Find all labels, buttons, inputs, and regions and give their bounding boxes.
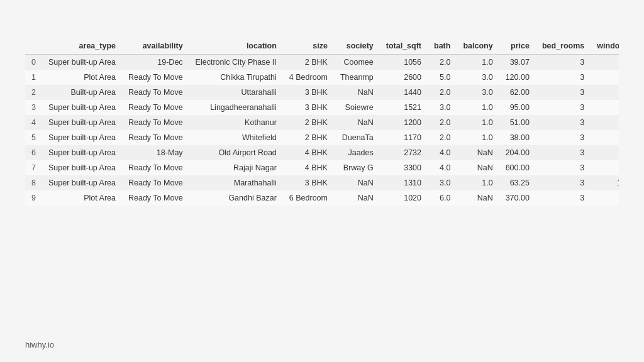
cell-window: 2 [591,145,619,160]
cell-total_sqft: 1170 [380,130,428,145]
cell-bed_rooms: 3 [536,190,591,206]
col-header-price: price [499,38,536,55]
cell-index: 7 [25,160,42,175]
table-row: 4Super built-up AreaReady To MoveKothanu… [25,115,619,130]
cell-bed_rooms: 3 [536,100,591,115]
cell-size: 4 BHK [283,160,334,175]
cell-location: Electronic City Phase II [189,55,283,70]
cell-bed_rooms: 3 [536,70,591,85]
cell-society: NaN [334,175,380,190]
cell-balcony: NaN [457,160,499,175]
col-header-size: size [283,38,334,55]
cell-area_type: Super built-up Area [42,115,122,130]
cell-area_type: Super built-up Area [42,145,122,160]
table-row: 9Plot AreaReady To MoveGandhi Bazar6 Bed… [25,190,619,206]
table-row: 8Super built-up AreaReady To MoveMaratha… [25,175,619,190]
cell-index: 6 [25,145,42,160]
cell-total_sqft: 1020 [380,190,428,206]
cell-balcony: 1.0 [457,130,499,145]
cell-availability: 19-Dec [122,55,189,70]
cell-availability: Ready To Move [122,85,189,100]
cell-bath: 4.0 [428,160,457,175]
cell-balcony: 1.0 [457,100,499,115]
cell-index: 8 [25,175,42,190]
cell-bath: 2.0 [428,85,457,100]
cell-availability: Ready To Move [122,175,189,190]
cell-window: 3 [591,115,619,130]
cell-total_sqft: 2600 [380,70,428,85]
cell-availability: Ready To Move [122,130,189,145]
col-header-location: location [189,38,283,55]
cell-size: 2 BHK [283,130,334,145]
cell-area_type: Super built-up Area [42,130,122,145]
cell-location: Rajaji Nagar [189,160,283,175]
table-container: area_type availability location size soc… [25,38,619,206]
cell-window: 3 [591,85,619,100]
cell-location: Uttarahalli [189,85,283,100]
cell-area_type: Super built-up Area [42,55,122,70]
cell-bath: 3.0 [428,100,457,115]
cell-balcony: 1.0 [457,55,499,70]
col-header-window: window [591,38,619,55]
cell-society: NaN [334,190,380,206]
cell-society: Soiewre [334,100,380,115]
cell-bath: 4.0 [428,145,457,160]
col-header-availability: availability [122,38,189,55]
cell-price: 38.00 [499,130,536,145]
cell-price: 95.00 [499,100,536,115]
cell-location: Old Airport Road [189,145,283,160]
cell-price: 62.00 [499,85,536,100]
cell-area_type: Super built-up Area [42,175,122,190]
cell-index: 0 [25,55,42,70]
cell-index: 5 [25,130,42,145]
cell-size: 3 BHK [283,100,334,115]
table-row: 1Plot AreaReady To MoveChikka Tirupathi4… [25,70,619,85]
col-header-bed-rooms: bed_rooms [536,38,591,55]
cell-size: 4 BHK [283,145,334,160]
cell-window: 10 [591,175,619,190]
page-wrapper: area_type availability location size soc… [0,0,644,224]
cell-window: 3 [591,130,619,145]
col-header-bath: bath [428,38,457,55]
cell-bed_rooms: 3 [536,85,591,100]
col-header-balcony: balcony [457,38,499,55]
cell-price: 63.25 [499,175,536,190]
cell-society: Theanmp [334,70,380,85]
cell-price: 51.00 [499,115,536,130]
cell-bed_rooms: 3 [536,55,591,70]
cell-total_sqft: 1440 [380,85,428,100]
cell-location: Gandhi Bazar [189,190,283,206]
cell-bath: 2.0 [428,55,457,70]
col-header-area-type: area_type [42,38,122,55]
cell-total_sqft: 1310 [380,175,428,190]
cell-total_sqft: 2732 [380,145,428,160]
cell-index: 2 [25,85,42,100]
cell-availability: Ready To Move [122,160,189,175]
cell-price: 600.00 [499,160,536,175]
cell-balcony: 3.0 [457,85,499,100]
cell-index: 3 [25,100,42,115]
col-header-index [25,38,42,55]
cell-area_type: Built-up Area [42,85,122,100]
cell-bath: 5.0 [428,70,457,85]
cell-bath: 3.0 [428,175,457,190]
cell-balcony: 1.0 [457,115,499,130]
cell-total_sqft: 1200 [380,115,428,130]
table-row: 0Super built-up Area19-DecElectronic Cit… [25,55,619,70]
cell-balcony: NaN [457,145,499,160]
cell-society: NaN [334,115,380,130]
cell-availability: Ready To Move [122,70,189,85]
cell-bed_rooms: 3 [536,175,591,190]
cell-size: 4 Bedroom [283,70,334,85]
cell-window: 6 [591,55,619,70]
cell-total_sqft: 1056 [380,55,428,70]
cell-bed_rooms: 3 [536,145,591,160]
cell-balcony: NaN [457,190,499,206]
cell-total_sqft: 3300 [380,160,428,175]
table-row: 5Super built-up AreaReady To MoveWhitefi… [25,130,619,145]
cell-society: Coomee [334,55,380,70]
cell-availability: 18-May [122,145,189,160]
table-row: 7Super built-up AreaReady To MoveRajaji … [25,160,619,175]
cell-price: 120.00 [499,70,536,85]
cell-availability: Ready To Move [122,100,189,115]
